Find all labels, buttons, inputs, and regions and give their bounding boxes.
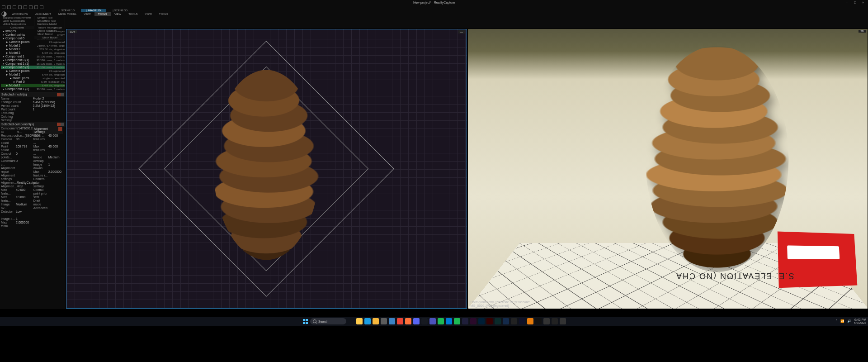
taskbar-app-explorer[interactable] — [356, 318, 363, 324]
ribbon-command[interactable]: Texture Reprojection — [37, 26, 62, 29]
ribbon-tab[interactable]: ALIGNMENT — [32, 12, 55, 16]
tree-row[interactable]: ▸ Model 36.4M tris, singleton — [1, 51, 65, 55]
property-row[interactable]: Max featu...40 000 — [1, 188, 31, 195]
property-row[interactable]: Vertex count3.2M (3199452) — [1, 104, 65, 108]
taskbar-app-unity[interactable] — [511, 318, 517, 324]
property-row[interactable]: Image d...1 — [1, 217, 31, 221]
taskbar-app-settings[interactable] — [381, 318, 387, 324]
property-row[interactable]: Max feature r...2.000000 — [33, 170, 63, 177]
tree-row[interactable]: ▸ Model 16.4M tris, singleton — [1, 73, 65, 76]
quick-icon[interactable] — [40, 5, 43, 9]
taskbar-app-folder[interactable] — [373, 318, 379, 324]
property-row[interactable]: Image ov...Medium — [1, 203, 31, 210]
panel-pin-icon[interactable] — [58, 127, 62, 131]
ribbon-tab[interactable]: WORKFLOW — [8, 12, 32, 16]
taskbar-app-app6[interactable] — [560, 318, 566, 324]
quick-icon[interactable] — [29, 5, 33, 9]
panel-close-icon[interactable] — [61, 123, 64, 126]
property-row[interactable]: Control point prior setti... — [33, 188, 63, 199]
quick-icon[interactable] — [34, 5, 38, 9]
ribbon-tab[interactable]: TOOLS — [125, 12, 141, 16]
start-button[interactable] — [302, 318, 308, 324]
property-row[interactable]: Part count1 — [1, 108, 65, 111]
property-row[interactable]: Draft mode — [33, 199, 63, 206]
taskbar-app-blender[interactable] — [527, 318, 533, 324]
ribbon-tab[interactable]: VIEW — [80, 12, 94, 16]
taskbar-app-firefox[interactable] — [405, 318, 411, 324]
layer-tab[interactable]: | IMAGE 2D — [81, 9, 106, 12]
tray-wifi-icon[interactable]: 📶 — [840, 319, 844, 323]
tree-row[interactable]: ▸ Model partssingleton, enabled — [1, 76, 65, 80]
ribbon-command[interactable]: Simplify Tool — [37, 16, 62, 19]
ribbon-tab[interactable]: VIEW — [111, 12, 125, 16]
quick-icon[interactable] — [7, 5, 11, 9]
tree-row[interactable]: ▸ Component 0 (2)93/136 cams, 2 models — [1, 66, 65, 69]
property-row[interactable]: Max features ...40 000 — [33, 134, 63, 145]
tray-chevron-icon[interactable]: ˄ — [836, 319, 838, 323]
taskbar-clock[interactable]: 6:42 PM 5/2/2023 — [854, 318, 866, 324]
taskbar-app-rc[interactable] — [535, 318, 542, 324]
taskbar-app-spotify[interactable] — [454, 318, 460, 324]
property-row[interactable]: Alignmen...High — [1, 185, 31, 188]
property-row[interactable]: Max features ...40 000 — [33, 145, 63, 156]
quick-icon[interactable] — [2, 5, 5, 9]
taskbar-app-discord[interactable] — [413, 318, 420, 324]
property-row[interactable]: Advanced — [33, 206, 63, 210]
viewport-2d[interactable]: 2D S.E. ELEVATION (NO CHA [Photogrammetr… — [468, 29, 868, 309]
tree-row[interactable]: ▸ Part 06.4M (6383338) tris — [1, 80, 65, 84]
property-row[interactable]: Control points...0 — [1, 152, 31, 159]
property-row[interactable]: Point count109 793 — [1, 145, 31, 152]
taskbar-app-app4[interactable] — [543, 318, 550, 324]
close-button[interactable]: × — [861, 1, 865, 4]
tree-row[interactable]: ▸ Component 0 (1)93/136 cams, 0 models — [1, 58, 65, 62]
property-row[interactable]: Camera count93 — [1, 138, 31, 145]
tree-row[interactable]: ▸ Model 26.4M tris, singleton — [1, 84, 65, 87]
tree-row[interactable]: ▸ Model 12 parts, 6.4M tris, large — [1, 44, 65, 48]
tree-row[interactable]: ▸ Camera poses93 registered — [1, 69, 65, 73]
taskbar-app-app1[interactable] — [438, 318, 444, 324]
ribbon-command[interactable]: Check Topology — [37, 29, 62, 32]
taskbar-app-pr[interactable] — [470, 318, 476, 324]
property-row[interactable]: Component ID{1478691E-5... — [1, 127, 31, 134]
taskbar-app-chrome[interactable] — [397, 318, 403, 324]
tree-row[interactable]: ▸ Component 1 (2)38/136 cams, 0 models — [1, 87, 65, 91]
property-row[interactable]: Coloring — [1, 115, 65, 119]
property-row[interactable]: Image downs...1 — [33, 163, 63, 170]
property-row[interactable]: Max featu...10 000 — [1, 195, 31, 203]
taskbar-search[interactable]: Search — [310, 318, 346, 324]
property-row[interactable]: Detector ...Low — [1, 210, 31, 217]
panel-pin-icon[interactable] — [57, 93, 61, 96]
taskbar-app-start[interactable] — [348, 318, 354, 324]
taskbar-app-app2[interactable] — [446, 318, 452, 324]
quick-icon[interactable] — [18, 5, 22, 9]
ribbon-command[interactable]: Clear Suggestions — [3, 19, 31, 22]
viewport-3d[interactable]: 1Ds ⋯ — [66, 29, 467, 309]
tree-row[interactable]: ▸ Component 138/136 cams, 0 models — [1, 55, 65, 58]
maximize-button[interactable]: □ — [853, 1, 857, 4]
tree-row[interactable]: ▸ Component 1 (1)38/136 cams, 0 models — [1, 62, 65, 66]
taskbar-app-app3[interactable] — [503, 318, 509, 324]
property-row[interactable]: Settings — [1, 119, 65, 122]
ribbon-command[interactable]: Smoothing Tool — [37, 19, 62, 22]
taskbar-app-ae[interactable] — [462, 318, 468, 324]
ribbon-tab[interactable]: TOOLS — [156, 12, 172, 16]
property-row[interactable]: Max featu...2.000000 — [1, 221, 31, 228]
ribbon-command[interactable]: Unlink Suggestions — [3, 23, 31, 25]
ribbon-tab[interactable]: VIEW — [142, 12, 156, 16]
panel-close-icon[interactable] — [61, 93, 64, 96]
tree-row[interactable]: ▸ Model 2283.5K tris, singleton — [1, 48, 65, 51]
taskbar-app-ai[interactable] — [486, 318, 493, 324]
taskbar-app-ps[interactable] — [478, 318, 485, 324]
property-row[interactable]: Alignmen...RealityCaptu... — [1, 181, 31, 185]
taskbar-app-teams[interactable] — [429, 318, 436, 324]
ribbon-tab[interactable]: TOOLS — [94, 12, 111, 16]
property-row[interactable]: Constraint c...0 — [1, 159, 31, 167]
panel-pin-icon[interactable] — [57, 123, 61, 126]
ribbon-command[interactable]: Duplicate Model — [37, 23, 62, 25]
layer-tab[interactable]: | SCENE 3D — [107, 9, 133, 12]
taskbar-app-steam[interactable] — [421, 318, 428, 324]
quick-icon[interactable] — [13, 5, 16, 9]
property-row[interactable]: Image overlapMedium — [33, 156, 63, 163]
quick-icon[interactable] — [24, 5, 27, 9]
property-row[interactable]: Camera prior settings — [33, 177, 63, 188]
